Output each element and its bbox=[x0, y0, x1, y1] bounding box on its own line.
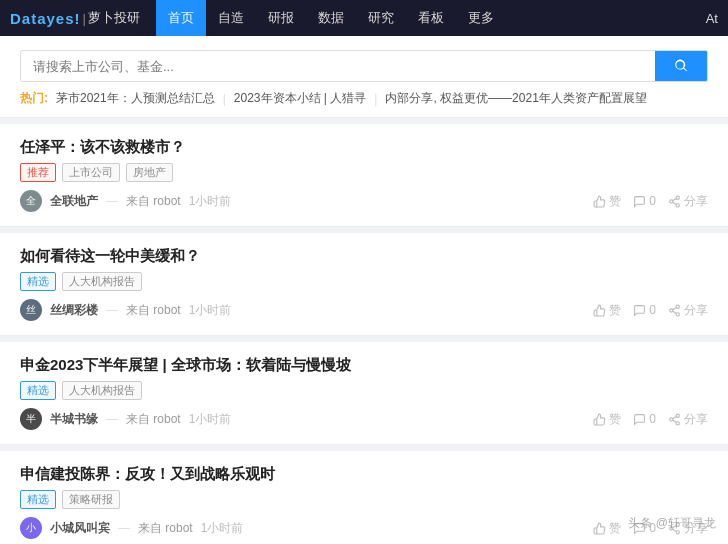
meta-source: 来自 robot bbox=[126, 302, 181, 319]
article-tags: 精选 策略研报 bbox=[20, 490, 708, 509]
tag-company[interactable]: 上市公司 bbox=[62, 163, 120, 182]
meta-sep: — bbox=[106, 303, 118, 317]
svg-line-3 bbox=[673, 202, 677, 204]
article-title[interactable]: 申金2023下半年展望 | 全球市场：软着陆与慢慢坡 bbox=[20, 356, 708, 375]
svg-point-10 bbox=[676, 414, 679, 417]
hot-tag-1[interactable]: 2023年资本小结 | 人猎寻 bbox=[234, 90, 366, 107]
comment-button[interactable]: 0 bbox=[633, 412, 656, 426]
tag-selected[interactable]: 精选 bbox=[20, 490, 56, 509]
share-button[interactable]: 分享 bbox=[668, 193, 708, 210]
share-button[interactable]: 分享 bbox=[668, 302, 708, 319]
author-name[interactable]: 小城风叫宾 bbox=[50, 520, 110, 537]
hot-tags: 热门: 茅市2021年：人预测总结汇总 | 2023年资本小结 | 人猎寻 | … bbox=[20, 90, 708, 107]
share-icon bbox=[668, 195, 681, 208]
author-name[interactable]: 全联地产 bbox=[50, 193, 98, 210]
logo: Datayes! | 萝卜投研 bbox=[10, 9, 140, 27]
article-card: 任泽平：该不该救楼市？ 推荐 上市公司 房地产 全 全联地产 — 来自 robo… bbox=[0, 124, 728, 227]
svg-point-6 bbox=[670, 308, 673, 311]
tag-report[interactable]: 人大机构报告 bbox=[62, 272, 142, 291]
article-actions: 赞 0 分享 bbox=[593, 411, 708, 428]
svg-point-11 bbox=[670, 417, 673, 420]
header: Datayes! | 萝卜投研 首页 自造 研报 数据 研究 看板 更多 At bbox=[0, 0, 728, 36]
hot-divider-0: | bbox=[223, 92, 226, 106]
nav-create[interactable]: 自造 bbox=[206, 0, 256, 36]
comment-button[interactable]: 0 bbox=[633, 194, 656, 208]
header-user-label: At bbox=[706, 11, 718, 26]
header-right: At bbox=[706, 11, 718, 26]
search-input[interactable] bbox=[21, 52, 655, 81]
tag-recommend[interactable]: 推荐 bbox=[20, 163, 56, 182]
tag-strategy[interactable]: 策略研报 bbox=[62, 490, 120, 509]
content-area: 任泽平：该不该救楼市？ 推荐 上市公司 房地产 全 全联地产 — 来自 robo… bbox=[0, 118, 728, 544]
share-icon bbox=[668, 304, 681, 317]
author-name[interactable]: 半城书缘 bbox=[50, 411, 98, 428]
share-icon bbox=[668, 413, 681, 426]
meta-sep: — bbox=[118, 521, 130, 535]
comment-icon bbox=[633, 195, 646, 208]
avatar: 全 bbox=[20, 190, 42, 212]
article-actions: 赞 0 分享 bbox=[593, 302, 708, 319]
svg-point-1 bbox=[670, 199, 673, 202]
comment-button[interactable]: 0 bbox=[633, 303, 656, 317]
like-button[interactable]: 赞 bbox=[593, 411, 621, 428]
svg-line-14 bbox=[673, 416, 677, 418]
article-tags: 精选 人大机构报告 bbox=[20, 272, 708, 291]
like-icon bbox=[593, 413, 606, 426]
hot-label: 热门: bbox=[20, 90, 48, 107]
avatar: 小 bbox=[20, 517, 42, 539]
logo-cn: 萝卜投研 bbox=[88, 9, 140, 27]
svg-line-9 bbox=[673, 307, 677, 309]
author-name[interactable]: 丝绸彩楼 bbox=[50, 302, 98, 319]
article-tags: 推荐 上市公司 房地产 bbox=[20, 163, 708, 182]
avatar: 丝 bbox=[20, 299, 42, 321]
tag-report[interactable]: 人大机构报告 bbox=[62, 381, 142, 400]
article-meta: 小 小城风叫宾 — 来自 robot 1小时前 赞 0 分享 bbox=[20, 517, 708, 539]
hot-divider-1: | bbox=[374, 92, 377, 106]
hot-tag-0[interactable]: 茅市2021年：人预测总结汇总 bbox=[56, 90, 215, 107]
meta-sep: — bbox=[106, 412, 118, 426]
search-icon bbox=[673, 58, 689, 74]
tag-realestate[interactable]: 房地产 bbox=[126, 163, 173, 182]
search-bar bbox=[20, 50, 708, 82]
article-actions: 赞 0 分享 bbox=[593, 193, 708, 210]
avatar: 半 bbox=[20, 408, 42, 430]
nav-more[interactable]: 更多 bbox=[456, 0, 506, 36]
meta-source: 来自 robot bbox=[138, 520, 193, 537]
search-button[interactable] bbox=[655, 51, 707, 81]
meta-sep: — bbox=[106, 194, 118, 208]
main-nav: 首页 自造 研报 数据 研究 看板 更多 bbox=[156, 0, 706, 36]
like-icon bbox=[593, 304, 606, 317]
article-meta: 全 全联地产 — 来自 robot 1小时前 赞 0 分享 bbox=[20, 190, 708, 212]
search-section: 热门: 茅市2021年：人预测总结汇总 | 2023年资本小结 | 人猎寻 | … bbox=[0, 36, 728, 118]
hot-tag-2[interactable]: 内部分享, 权益更优——2021年人类资产配置展望 bbox=[385, 90, 646, 107]
comment-icon bbox=[633, 413, 646, 426]
meta-time: 1小时前 bbox=[189, 193, 232, 210]
meta-time: 1小时前 bbox=[201, 520, 244, 537]
nav-research[interactable]: 研报 bbox=[256, 0, 306, 36]
share-button[interactable]: 分享 bbox=[668, 411, 708, 428]
logo-separator: | bbox=[83, 11, 86, 26]
like-button[interactable]: 赞 bbox=[593, 520, 621, 537]
like-button[interactable]: 赞 bbox=[593, 193, 621, 210]
nav-study[interactable]: 研究 bbox=[356, 0, 406, 36]
nav-home[interactable]: 首页 bbox=[156, 0, 206, 36]
svg-point-7 bbox=[676, 312, 679, 315]
tag-selected[interactable]: 精选 bbox=[20, 381, 56, 400]
nav-board[interactable]: 看板 bbox=[406, 0, 456, 36]
meta-source: 来自 robot bbox=[126, 411, 181, 428]
logo-datayes: Datayes! bbox=[10, 10, 81, 27]
article-title[interactable]: 任泽平：该不该救楼市？ bbox=[20, 138, 708, 157]
comment-icon bbox=[633, 304, 646, 317]
like-icon bbox=[593, 522, 606, 535]
like-button[interactable]: 赞 bbox=[593, 302, 621, 319]
meta-time: 1小时前 bbox=[189, 302, 232, 319]
article-tags: 精选 人大机构报告 bbox=[20, 381, 708, 400]
article-title[interactable]: 如何看待这一轮中美缓和？ bbox=[20, 247, 708, 266]
svg-line-8 bbox=[673, 311, 677, 313]
svg-line-4 bbox=[673, 198, 677, 200]
tag-selected[interactable]: 精选 bbox=[20, 272, 56, 291]
article-meta: 丝 丝绸彩楼 — 来自 robot 1小时前 赞 0 分享 bbox=[20, 299, 708, 321]
nav-data[interactable]: 数据 bbox=[306, 0, 356, 36]
watermark: 头条 @轩哥寻龙 bbox=[628, 515, 716, 532]
article-title[interactable]: 申信建投陈界：反攻！又到战略乐观时 bbox=[20, 465, 708, 484]
